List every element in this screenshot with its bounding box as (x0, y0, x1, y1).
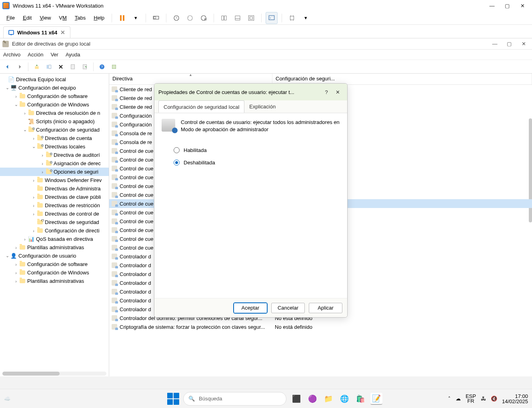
tree-root[interactable]: Directiva Equipo local (16, 76, 66, 82)
file-explorer-icon[interactable]: 📁 (322, 393, 334, 405)
expand-icon[interactable]: › (13, 94, 19, 99)
guest-area[interactable]: Editor de directivas de grupo local — ▢ … (0, 38, 532, 408)
taskbar-search[interactable]: 🔍 Búsqueda (183, 392, 286, 406)
tree-s-segip[interactable]: Directivas de seguridad (45, 219, 99, 225)
export-button[interactable] (80, 62, 90, 72)
mmc-maximize-button[interactable]: ▢ (503, 40, 515, 48)
console-view-button[interactable] (266, 12, 278, 24)
show-hide-tree-button[interactable] (44, 62, 54, 72)
tray-onedrive-icon[interactable]: ☁ (456, 396, 461, 402)
tree-horizontal-scrollbar[interactable] (2, 372, 106, 376)
mmc-minimize-button[interactable]: — (489, 40, 501, 48)
tree-w-nres[interactable]: Directiva de resolución de n (36, 110, 100, 116)
stretch-guest-button[interactable] (286, 12, 298, 24)
edge-icon[interactable]: 🌐 (338, 393, 350, 405)
tree-l-audit[interactable]: Directiva de auditorí (54, 152, 100, 158)
mmc-close-button[interactable]: ✕ (518, 40, 530, 48)
stretch-dropdown[interactable]: ▾ (300, 12, 312, 24)
tree-s-admin[interactable]: Directivas de Administra (45, 186, 100, 192)
tray-chevron-icon[interactable]: ˄ (448, 396, 451, 402)
help-button[interactable]: ? (97, 62, 107, 72)
delete-button[interactable] (56, 62, 66, 72)
menu-help[interactable]: Help (90, 13, 108, 22)
tree-w-scripts[interactable]: Scripts (inicio o apagado) (36, 118, 95, 124)
tab-config-seguridad-local[interactable]: Configuración de seguridad local (158, 100, 244, 113)
tree-u-windows[interactable]: Configuración de Windows (27, 270, 89, 276)
forward-button[interactable] (14, 62, 25, 72)
expand-icon[interactable]: ⌄ (30, 144, 37, 149)
back-button[interactable] (2, 62, 13, 72)
tree-c-templ[interactable]: Plantillas administrativas (27, 244, 84, 250)
view-fullscreen-button[interactable] (245, 12, 257, 24)
dialog-titlebar[interactable]: Propiedades de Control de cuentas de usu… (154, 84, 347, 100)
tree-s-firewall[interactable]: Windows Defender Firev (45, 177, 102, 183)
tree-s-dir[interactable]: Configuración de directi (45, 228, 100, 234)
view-unity-button[interactable] (232, 12, 244, 24)
tree-computer[interactable]: Configuración del equipo (18, 85, 76, 91)
expand-icon[interactable]: ⌄ (22, 127, 28, 132)
list-item[interactable]: Criptografía de sistema: forzar la prote… (109, 322, 532, 331)
tree-pane[interactable]: 📄Directiva Equipo local ⌄🖥️Configuración… (0, 74, 109, 376)
up-button[interactable] (32, 62, 42, 72)
tray-volume-icon[interactable]: 🔇 (491, 396, 497, 402)
tree-s-locales[interactable]: Directivas locales (45, 144, 85, 150)
vm-tab-close-icon[interactable]: ✕ (60, 29, 65, 36)
tree-s-clave[interactable]: Directivas de clave públi (45, 194, 101, 200)
dialog-help-button[interactable]: ? (321, 86, 332, 98)
notepad-icon[interactable]: 📝 (370, 393, 382, 405)
tree-u-software[interactable]: Configuración de software (27, 261, 88, 267)
list-header-directiva[interactable]: ▲Directiva (109, 74, 272, 84)
tree-c-software[interactable]: Configuración de software (27, 93, 88, 99)
menu-edit[interactable]: Edit (20, 13, 35, 22)
view-single-button[interactable] (218, 12, 230, 24)
tree-s-restr[interactable]: Directivas de restricción (45, 202, 100, 208)
expand-icon[interactable]: ⌄ (4, 253, 10, 258)
maximize-button[interactable]: ▢ (500, 1, 514, 10)
snapshot-manager-button[interactable] (198, 12, 210, 24)
language-indicator[interactable]: ESP FR (466, 394, 476, 404)
filter-button[interactable] (109, 62, 119, 72)
tree-s-ctrl[interactable]: Directivas de control de (45, 211, 99, 217)
taskbar-clock[interactable]: 17:00 14/02/2025 (502, 394, 528, 404)
tab-explicacion[interactable]: Explicación (244, 100, 280, 113)
mmc-menu-accion[interactable]: Acción (28, 52, 43, 58)
power-dropdown[interactable]: ▾ (130, 12, 142, 24)
aceptar-button[interactable]: Aceptar (234, 303, 267, 313)
start-button[interactable] (167, 393, 179, 405)
weather-widget[interactable]: ☁️ (4, 396, 18, 402)
task-view-icon[interactable]: ⬛ (290, 393, 302, 405)
tree-w-qos[interactable]: QoS basada en directiva (36, 236, 93, 242)
tree-user[interactable]: Configuración de usuario (18, 253, 76, 259)
tree-u-templ[interactable]: Plantillas administrativas (27, 278, 84, 284)
pause-vm-button[interactable] (116, 12, 128, 24)
tree-s-cuenta[interactable]: Directivas de cuenta (45, 135, 92, 141)
expand-icon[interactable]: ⌄ (13, 102, 19, 107)
mmc-menu-archivo[interactable]: Archivo (3, 52, 20, 58)
snapshot-revert-button[interactable] (184, 12, 196, 24)
radio-deshabilitada[interactable]: Deshabilitada (174, 160, 340, 166)
properties-button[interactable] (68, 62, 78, 72)
close-button[interactable]: ✕ (515, 1, 530, 10)
vm-tab[interactable]: Windows 11 x64 ✕ (3, 26, 70, 38)
send-ctrl-alt-del-button[interactable] (150, 12, 162, 24)
mmc-menu-ayuda[interactable]: Ayuda (66, 52, 80, 58)
tree-l-derec[interactable]: Asignación de derec (54, 160, 101, 166)
menu-file[interactable]: File (3, 13, 18, 22)
store-icon[interactable]: 🛍️ (354, 393, 366, 405)
menu-view[interactable]: View (36, 13, 54, 22)
expand-icon[interactable]: ⌄ (4, 85, 10, 90)
mmc-menu-ver[interactable]: Ver (50, 52, 58, 58)
cancelar-button[interactable]: Cancelar (271, 303, 305, 313)
tree-l-opc[interactable]: Opciones de seguri (54, 169, 98, 175)
radio-habilitada[interactable]: Habilitada (174, 147, 340, 153)
menu-vm[interactable]: VM (56, 13, 70, 22)
tray-network-icon[interactable]: 🖧 (481, 396, 486, 402)
minimize-button[interactable]: — (485, 1, 499, 10)
tree-w-sec[interactable]: Configuración de seguridad (36, 127, 100, 133)
aplicar-button[interactable]: Aplicar (309, 303, 342, 313)
snapshot-button[interactable] (170, 12, 182, 24)
tree-c-windows[interactable]: Configuración de Windows (27, 102, 89, 108)
list-header-config[interactable]: Configuración de seguri... (272, 74, 532, 84)
copilot-icon[interactable]: 🟣 (306, 393, 318, 405)
menu-tabs[interactable]: Tabs (72, 13, 89, 22)
